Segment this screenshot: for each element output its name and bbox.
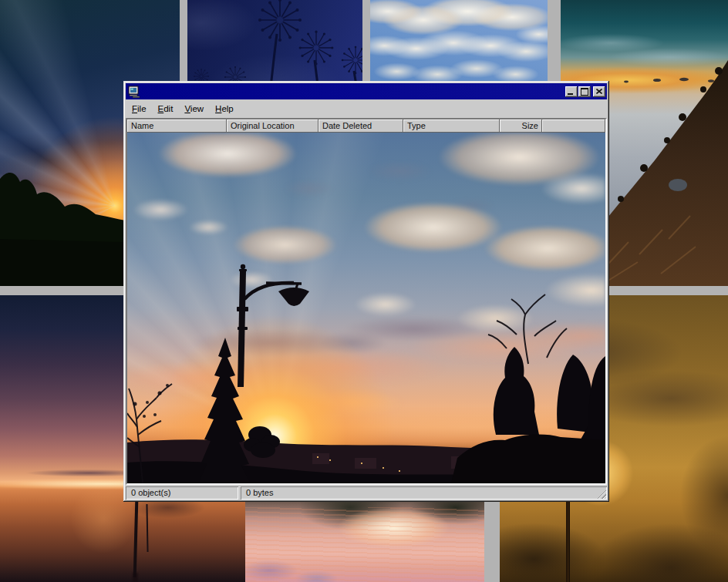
recycle-bin-window: File Edit View Help Name Original Locati… [123, 81, 609, 502]
status-size-text: 0 bytes [246, 488, 273, 497]
menu-help[interactable]: Help [215, 104, 234, 113]
status-bar: 0 object(s) 0 bytes [126, 486, 607, 500]
column-header-blank[interactable] [542, 119, 605, 133]
sunset-silhouettes [127, 133, 605, 483]
minimize-icon [568, 93, 573, 95]
menu-file[interactable]: File [132, 104, 147, 113]
list-view-content-area[interactable] [127, 133, 605, 483]
water-ripples [245, 507, 484, 582]
resize-grip[interactable] [596, 489, 606, 499]
column-header-row: Name Original Location Date Deleted Type… [127, 119, 605, 133]
minimize-button[interactable] [565, 86, 578, 97]
close-button[interactable] [593, 86, 605, 97]
close-icon [596, 89, 602, 94]
status-size: 0 bytes [241, 486, 607, 500]
column-header-date-deleted[interactable]: Date Deleted [318, 119, 403, 133]
lake-pole-reflection [133, 573, 138, 582]
computer-icon [128, 86, 140, 98]
golden-lamp-pole [566, 492, 570, 582]
status-object-count: 0 object(s) [126, 486, 238, 500]
column-header-type[interactable]: Type [403, 119, 500, 133]
list-view: Name Original Location Date Deleted Type… [126, 118, 607, 485]
column-header-original-location[interactable]: Original Location [227, 119, 318, 133]
menu-view[interactable]: View [184, 104, 204, 113]
maximize-button[interactable] [578, 86, 591, 97]
column-header-size[interactable]: Size [500, 119, 542, 133]
menu-bar: File Edit View Help [126, 100, 607, 116]
desktop: File Edit View Help Name Original Locati… [0, 0, 728, 582]
menu-edit[interactable]: Edit [158, 104, 174, 113]
maximize-icon [581, 88, 588, 96]
column-header-name[interactable]: Name [127, 119, 227, 133]
title-bar[interactable] [126, 83, 607, 99]
